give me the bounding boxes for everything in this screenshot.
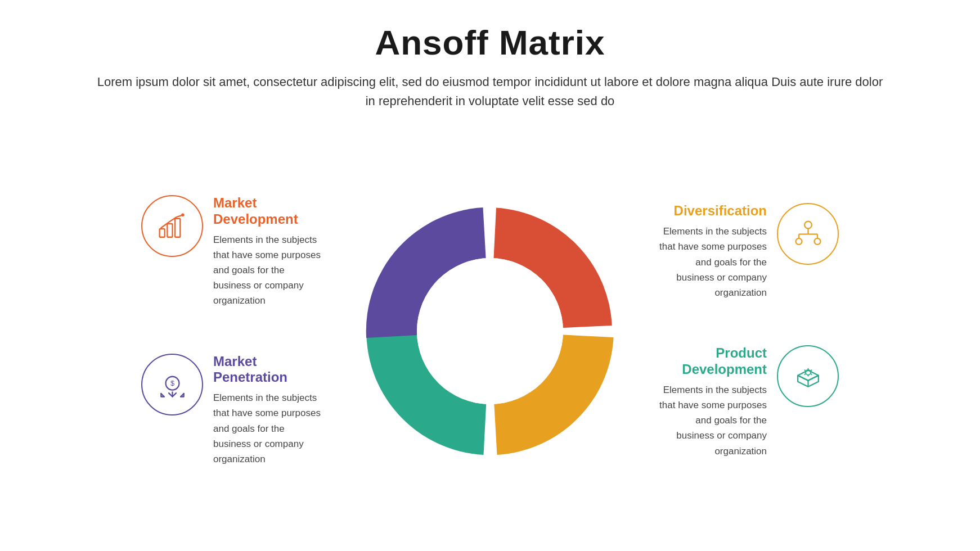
svg-text:$: $ [170, 379, 174, 387]
svg-point-19 [814, 238, 820, 245]
left-side: MarketDevelopment Elements in the subjec… [141, 195, 321, 467]
page-header: Ansoff Matrix Lorem ipsum dolor sit amet… [0, 0, 980, 122]
product-development-title: ProductDevelopment [659, 345, 767, 378]
diversification-title: Diversification [659, 203, 767, 219]
product-box-icon [793, 361, 824, 392]
svg-line-26 [804, 373, 805, 374]
svg-rect-0 [159, 229, 164, 237]
market-development-icon-circle [141, 195, 203, 257]
product-development-block: ProductDevelopment Elements in the subje… [659, 345, 839, 459]
right-side: Diversification Elements in the subjects… [659, 203, 839, 458]
market-penetration-title: MarketPenetration [213, 354, 321, 386]
chart-bar-icon [157, 211, 188, 242]
svg-line-27 [804, 369, 805, 371]
market-penetration-desc: Elements in the subjects that have some … [213, 390, 321, 467]
page-title: Ansoff Matrix [45, 22, 935, 62]
market-development-desc: Elements in the subjects that have some … [213, 232, 321, 309]
market-development-text: MarketDevelopment Elements in the subjec… [213, 195, 321, 309]
diversification-icon-circle [777, 203, 839, 265]
svg-point-18 [795, 238, 802, 245]
svg-point-3 [181, 213, 185, 216]
diversification-desc: Elements in the subjects that have some … [659, 224, 767, 300]
market-development-title: MarketDevelopment [213, 195, 321, 228]
product-development-desc: Elements in the subjects that have some … [659, 382, 767, 459]
market-penetration-block: $ MarketPenetration Elements in the subj… [141, 354, 321, 467]
main-content: MarketDevelopment Elements in the subjec… [0, 122, 980, 551]
diversification-text: Diversification Elements in the subjects… [659, 203, 767, 300]
donut-chart-svg [355, 196, 625, 466]
svg-point-11 [417, 258, 563, 404]
page-subtitle: Lorem ipsum dolor sit amet, consectetur … [96, 73, 884, 111]
center-donut [355, 196, 625, 466]
svg-line-24 [811, 373, 811, 374]
market-development-block: MarketDevelopment Elements in the subjec… [141, 195, 321, 309]
product-development-text: ProductDevelopment Elements in the subje… [659, 345, 767, 459]
market-penetration-icon-circle: $ [141, 354, 203, 415]
svg-rect-1 [167, 223, 172, 237]
money-arrow-icon: $ [157, 369, 188, 400]
product-development-icon-circle [777, 345, 839, 407]
org-chart-icon [793, 219, 824, 250]
diversification-block: Diversification Elements in the subjects… [659, 203, 839, 300]
svg-rect-2 [175, 218, 180, 237]
market-penetration-text: MarketPenetration Elements in the subjec… [213, 354, 321, 467]
svg-line-23 [811, 369, 811, 371]
svg-point-12 [804, 222, 812, 229]
